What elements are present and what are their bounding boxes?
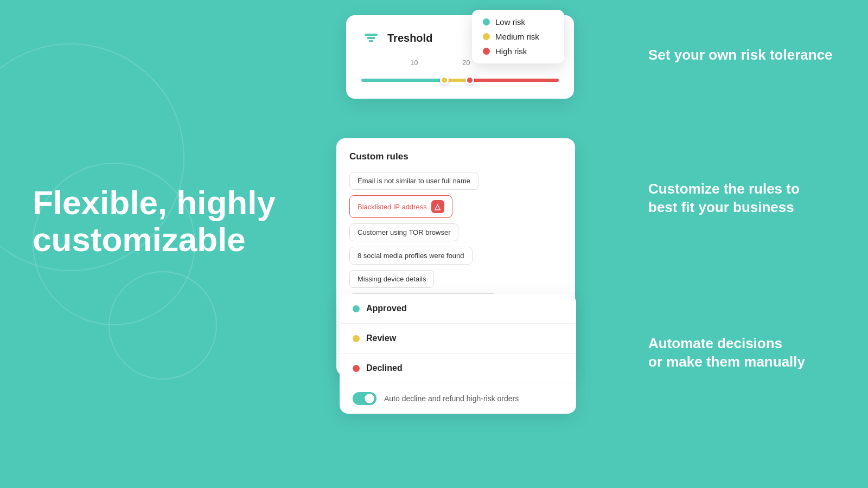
hero-line1: Flexible, highly — [33, 184, 276, 221]
svg-rect-2 — [369, 40, 373, 42]
toggle-label: Auto decline and refund high-risk orders — [384, 394, 519, 403]
risk-tooltip: Low risk Medium risk High risk — [472, 10, 564, 63]
slider-label-20: 20 — [462, 59, 470, 67]
decision-review: Review — [340, 324, 576, 354]
risk-dot-low — [483, 18, 490, 25]
toggle-knob — [365, 394, 374, 403]
dot-review — [353, 335, 360, 342]
toggle-row: Auto decline and refund high-risk orders — [340, 383, 576, 414]
risk-dot-high — [483, 48, 490, 55]
hero-line2: customizable — [33, 221, 246, 258]
dot-approved — [353, 305, 360, 312]
auto-decline-toggle[interactable] — [353, 392, 376, 405]
slider-label-10: 10 — [410, 59, 418, 67]
risk-item-low: Low risk — [483, 17, 553, 27]
label-approved: Approved — [366, 304, 407, 313]
slider-thumb-low[interactable] — [440, 76, 449, 85]
risk-label-high: High risk — [495, 47, 527, 56]
svg-rect-1 — [367, 37, 375, 39]
decisions-card: Approved Review Declined Auto decline an… — [340, 294, 576, 414]
risk-item-high: High risk — [483, 47, 553, 56]
right-label-1: Set your own risk tolerance — [648, 46, 833, 65]
rule-tag-social[interactable]: 8 social media profiles were found — [349, 247, 473, 265]
decision-approved: Approved — [340, 294, 576, 324]
threshold-title: Treshold — [387, 32, 432, 44]
rules-row-2: Customer using TOR browser 8 social medi… — [349, 223, 562, 265]
risk-dot-medium — [483, 33, 490, 40]
label-review: Review — [366, 333, 396, 343]
svg-rect-0 — [365, 34, 378, 36]
custom-rules-title: Custom rules — [349, 151, 562, 162]
rule-tag-email[interactable]: Email is not similar to user full name — [349, 172, 478, 190]
hero-heading: Flexible, highly customizable — [33, 184, 304, 258]
right-label-2: Customize the rules to best fit your bus… — [648, 180, 833, 217]
rule-tag-tor[interactable]: Customer using TOR browser — [349, 223, 458, 241]
right-label-3: Automate decisions or make them manually — [648, 335, 833, 371]
slider-thumb-high[interactable] — [465, 76, 474, 85]
threshold-icon — [361, 28, 381, 48]
rule-tag-device-details[interactable]: Missing device details — [349, 270, 434, 288]
risk-item-medium: Medium risk — [483, 32, 553, 41]
risk-label-medium: Medium risk — [495, 32, 539, 41]
risk-label-low: Low risk — [495, 17, 525, 27]
warning-icon-ip: △ — [431, 200, 444, 213]
rule-tag-blacklisted-ip[interactable]: Blacklisted IP address △ — [349, 195, 452, 218]
decision-declined: Declined — [340, 354, 576, 383]
slider-fill — [361, 79, 559, 82]
slider-track[interactable] — [361, 75, 559, 86]
label-declined: Declined — [366, 363, 403, 373]
rules-row-1: Email is not similar to user full name B… — [349, 172, 562, 218]
dot-declined — [353, 365, 360, 372]
bg-decorative-3 — [108, 271, 217, 380]
